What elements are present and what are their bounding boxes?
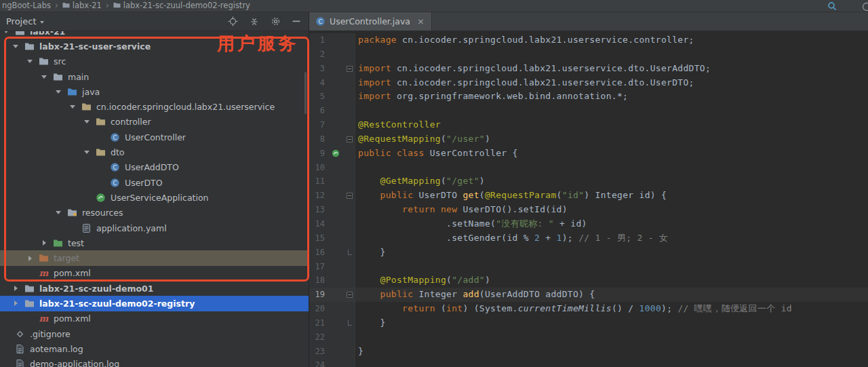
tree-item-label: UserServiceApplication bbox=[111, 193, 209, 203]
line-number: 14 bbox=[309, 217, 327, 231]
breadcrumb-item-labx-21[interactable]: labx-21 bbox=[62, 1, 102, 10]
tree-item-application-yaml[interactable]: application.yaml bbox=[0, 220, 309, 235]
code-line-20[interactable]: 20 return (int) (System.currentTimeMilli… bbox=[309, 302, 868, 316]
code-line-22[interactable]: 22 bbox=[309, 330, 868, 345]
tree-item-pom-xml[interactable]: mpom.xml bbox=[0, 311, 309, 326]
tree-item-labx-21-sc-zuul-demo02-registry[interactable]: labx-21-sc-zuul-demo02-registry bbox=[0, 296, 309, 311]
fold-open-icon[interactable] bbox=[344, 132, 355, 147]
code-line-12[interactable]: 12 public UserDTO get(@RequestParam("id"… bbox=[309, 189, 868, 203]
code-line-14[interactable]: 14 .setName("没有昵称: " + id) bbox=[309, 217, 868, 231]
chevron-right-icon[interactable] bbox=[9, 296, 24, 311]
chevron-right-icon[interactable] bbox=[24, 251, 38, 266]
code-line-8[interactable]: 8@RequestMapping("/user") bbox=[309, 132, 868, 147]
code-line-4[interactable]: 4import cn.iocoder.springcloud.labx21.us… bbox=[309, 76, 868, 90]
chevron-spacer bbox=[0, 341, 14, 356]
code-line-5[interactable]: 5import org.springframework.web.bind.ann… bbox=[309, 90, 868, 104]
gutter-space bbox=[327, 231, 344, 246]
folder-test-icon bbox=[52, 237, 64, 248]
tree-item-aoteman-log[interactable]: aoteman.log bbox=[0, 341, 309, 356]
tree-item-label: main bbox=[68, 72, 89, 82]
code-line-2[interactable]: 2 bbox=[309, 47, 868, 62]
fold-open-icon[interactable] bbox=[344, 62, 355, 76]
code-text: .setName("没有昵称: " + id) bbox=[355, 217, 868, 231]
tree-item-main[interactable]: main bbox=[0, 69, 309, 84]
hide-icon[interactable] bbox=[292, 20, 301, 23]
close-icon[interactable]: × bbox=[417, 16, 425, 26]
chevron-right-icon[interactable] bbox=[9, 281, 24, 296]
code-line-7[interactable]: 7@RestController bbox=[309, 118, 868, 132]
code-editor[interactable]: 1package cn.iocoder.springcloud.labx21.u… bbox=[309, 31, 868, 367]
folder-java-icon bbox=[66, 86, 78, 97]
panel-splitter[interactable] bbox=[309, 12, 309, 367]
code-line-24[interactable]: 24 bbox=[309, 358, 868, 367]
settings-icon[interactable] bbox=[271, 16, 281, 26]
code-line-21[interactable]: 21 } bbox=[309, 316, 868, 330]
breadcrumb-item-ngboot-labs[interactable]: ngBoot-Labs bbox=[2, 1, 51, 10]
editor-tab[interactable]: C UserController.java × bbox=[309, 12, 432, 31]
spring-bean-icon[interactable] bbox=[327, 147, 344, 161]
chevron-down-icon[interactable] bbox=[38, 69, 52, 84]
breadcrumb-item-labx-21-sc-zuul-demo02-registry[interactable]: labx-21-sc-zuul-demo02-registry bbox=[113, 1, 250, 10]
chevron-down-icon[interactable] bbox=[9, 39, 24, 54]
collapse-all-icon[interactable] bbox=[250, 17, 259, 26]
tree-item-src[interactable]: src bbox=[0, 54, 309, 69]
tree-item-pom-xml[interactable]: mpom.xml bbox=[0, 266, 309, 281]
breadcrumb-bar: ngBoot-Labs›labx-21›labx-21-sc-zuul-demo… bbox=[0, 0, 868, 12]
tree-scrollbar[interactable] bbox=[304, 72, 307, 114]
tree-item-target[interactable]: target bbox=[0, 250, 309, 265]
tree-item-label: java bbox=[82, 87, 100, 97]
chevron-spacer bbox=[95, 175, 109, 190]
fold-open-icon[interactable] bbox=[344, 189, 355, 203]
tree-item-labx-21-sc-zuul-demo01[interactable]: labx-21-sc-zuul-demo01 bbox=[0, 281, 309, 296]
tree-item-gitignore[interactable]: .gitignore bbox=[0, 326, 309, 341]
tree-item-label: labx-21-sc-user-service bbox=[39, 41, 151, 52]
code-line-17[interactable]: 17 bbox=[309, 260, 868, 274]
tree-item-test[interactable]: test bbox=[0, 235, 309, 250]
code-text: } bbox=[355, 246, 868, 260]
tree-item-userserviceapplication[interactable]: UserServiceApplication bbox=[0, 190, 309, 205]
code-line-10[interactable]: 10 bbox=[309, 161, 868, 175]
partial-icon[interactable] bbox=[862, 2, 868, 14]
tree-item-useradddto[interactable]: CUserAddDTO bbox=[0, 160, 309, 175]
code-line-9[interactable]: 9public class UserController { bbox=[309, 147, 868, 161]
tree-item-usercontroller[interactable]: CUserController bbox=[0, 130, 309, 144]
tree-item-java[interactable]: java bbox=[0, 84, 309, 99]
code-line-16[interactable]: 16 } bbox=[309, 246, 868, 260]
tree-item-resources[interactable]: resources bbox=[0, 206, 309, 220]
code-line-11[interactable]: 11 @GetMapping("/get") bbox=[309, 174, 868, 189]
tree-item-userdto[interactable]: CUserDTO bbox=[0, 175, 309, 190]
fold-end-icon[interactable] bbox=[344, 316, 355, 330]
code-line-18[interactable]: 18 @PostMapping("/add") bbox=[309, 273, 868, 288]
chevron-right-icon[interactable] bbox=[38, 235, 52, 250]
chevron-down-icon[interactable] bbox=[81, 115, 95, 130]
code-line-23[interactable]: 23} bbox=[309, 345, 868, 359]
fold-space bbox=[344, 47, 355, 62]
chevron-down-icon[interactable] bbox=[52, 84, 66, 99]
code-line-15[interactable]: 15 .setGender(id % 2 + 1); // 1 - 男; 2 -… bbox=[309, 231, 868, 246]
chevron-spacer bbox=[66, 220, 81, 235]
locate-icon[interactable] bbox=[228, 16, 238, 26]
chevron-down-icon[interactable] bbox=[81, 145, 95, 160]
chevron-down-icon[interactable] bbox=[24, 54, 38, 69]
chevron-down-icon[interactable] bbox=[52, 206, 66, 220]
line-number: 20 bbox=[309, 302, 327, 316]
project-view-selector[interactable]: Project bbox=[0, 16, 44, 26]
chevron-down-icon[interactable] bbox=[0, 31, 14, 39]
tree-item-demo-application-log[interactable]: demo-application.log bbox=[0, 357, 309, 367]
code-text: package cn.iocoder.springcloud.labx21.us… bbox=[355, 33, 868, 47]
code-line-19[interactable]: 19 public Integer add(UserAddDTO addDTO)… bbox=[309, 288, 868, 302]
fold-open-icon[interactable] bbox=[344, 288, 355, 302]
chevron-down-icon[interactable] bbox=[66, 100, 81, 115]
tree-item-controller[interactable]: controller bbox=[0, 115, 309, 130]
tree-item-dto[interactable]: dto bbox=[0, 144, 309, 159]
line-number: 24 bbox=[309, 358, 327, 367]
code-line-1[interactable]: 1package cn.iocoder.springcloud.labx21.u… bbox=[309, 33, 868, 47]
gitignore-icon bbox=[14, 328, 26, 339]
search-icon[interactable] bbox=[827, 1, 837, 11]
tree-item-label: labx-21 bbox=[30, 31, 65, 37]
fold-end-icon[interactable] bbox=[344, 246, 355, 260]
tree-item-cn-iocoder-springcloud-labx21-userservice[interactable]: cn.iocoder.springcloud.labx21.userservic… bbox=[0, 99, 309, 114]
code-line-6[interactable]: 6 bbox=[309, 104, 868, 118]
code-line-13[interactable]: 13 return new UserDTO().setId(id) bbox=[309, 203, 868, 217]
code-line-3[interactable]: 3import cn.iocoder.springcloud.labx21.us… bbox=[309, 62, 868, 76]
